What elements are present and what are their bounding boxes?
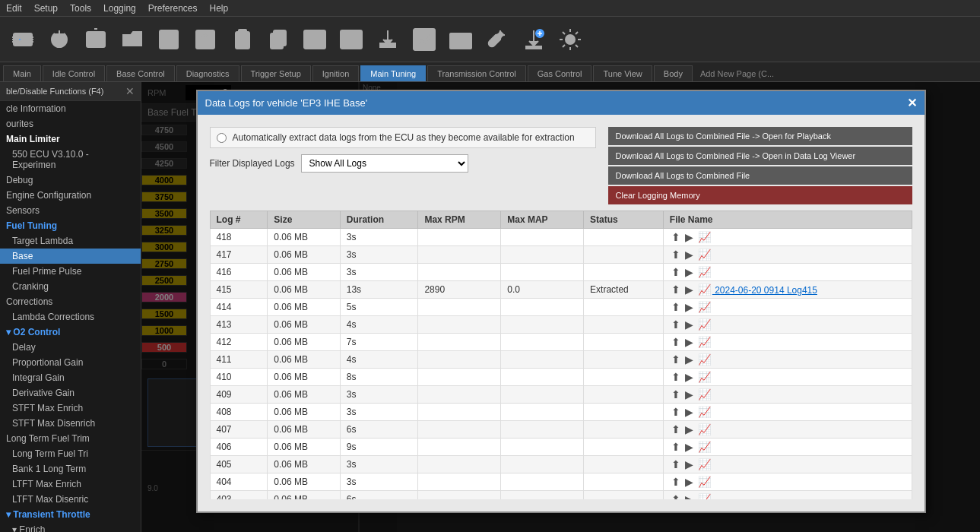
sidebar-item-stft-max-enrich[interactable]: STFT Max Enrich <box>0 401 141 416</box>
sidebar-item-delay[interactable]: Delay <box>0 340 141 355</box>
sidebar-item-lambda-corrections[interactable]: Lambda Corrections <box>0 309 141 325</box>
sidebar-item-derivative-gain[interactable]: Derivative Gain <box>0 385 141 401</box>
sidebar-item-fuel-prime-pulse[interactable]: Fuel Prime Pulse <box>0 264 141 279</box>
view-log-button[interactable]: 📈 <box>696 441 712 453</box>
upload-log-button[interactable]: ⬆ <box>670 441 682 453</box>
menu-tools[interactable]: Tools <box>70 3 91 14</box>
play-log-button[interactable]: ▶ <box>683 336 695 348</box>
view-log-button[interactable]: 📈 <box>696 388 712 401</box>
tab-transmission-control[interactable]: Transmission Control <box>427 65 526 81</box>
tab-base-control[interactable]: Base Control <box>106 65 175 81</box>
upload-log-button[interactable]: ⬆ <box>670 388 682 401</box>
sidebar-item-long-term-fuel-tri[interactable]: Long Term Fuel Tri <box>0 446 141 461</box>
clipboard-icon[interactable] <box>225 23 258 56</box>
play-log-button[interactable]: ▶ <box>683 266 695 278</box>
sidebar-item-target-lambda[interactable]: Target Lambda <box>0 233 141 249</box>
view-log-button[interactable]: 📈 <box>696 231 712 243</box>
view-log-button[interactable]: 📈 <box>696 476 712 488</box>
play-log-button[interactable]: ▶ <box>683 476 695 488</box>
power-icon[interactable] <box>43 23 76 56</box>
sidebar-item-main-limiter[interactable]: Main Limiter <box>0 131 141 147</box>
view-log-button[interactable]: 📈 <box>696 493 712 499</box>
play-log-button[interactable]: ▶ <box>683 388 695 401</box>
download-combined-playback-button[interactable]: Download All Logs to Combined File -> Op… <box>608 127 912 145</box>
sidebar-item-sensors[interactable]: Sensors <box>0 203 141 218</box>
view-log-button[interactable]: 📈 <box>696 301 712 313</box>
menu-help[interactable]: Help <box>209 3 228 14</box>
tab-main[interactable]: Main <box>3 65 41 81</box>
sidebar-item-integral-gain[interactable]: Integral Gain <box>0 370 141 385</box>
sidebar-item-ourites[interactable]: ourites <box>0 116 141 131</box>
copy-icon[interactable] <box>262 23 295 56</box>
play-log-button[interactable]: ▶ <box>683 283 695 296</box>
view-log-button[interactable]: 📈 <box>696 249 712 261</box>
modal-close-button[interactable]: ✕ <box>907 96 917 110</box>
folder-icon[interactable] <box>116 23 149 56</box>
play-log-button[interactable]: ▶ <box>683 371 695 383</box>
upload-log-button[interactable]: ⬆ <box>670 318 682 331</box>
menu-logging[interactable]: Logging <box>103 3 136 14</box>
sidebar-item-bank-1-long-term[interactable]: Bank 1 Long Term <box>0 461 141 477</box>
view-log-button[interactable]: 📈 <box>696 283 712 296</box>
menu-preferences[interactable]: Preferences <box>148 3 198 14</box>
tab-trigger-setup[interactable]: Trigger Setup <box>241 65 311 81</box>
sidebar-item-cle-info[interactable]: cle Information <box>0 101 141 116</box>
upload-log-button[interactable]: ⬆ <box>670 266 682 278</box>
menu-setup[interactable]: Setup <box>34 3 58 14</box>
tab-gas-control[interactable]: Gas Control <box>528 65 592 81</box>
sidebar-item-cranking[interactable]: Cranking <box>0 279 141 294</box>
download-icon[interactable] <box>371 23 404 56</box>
sidebar-item-stft-max-disenrich[interactable]: STFT Max Disenrich <box>0 416 141 431</box>
tab-body[interactable]: Body <box>654 65 693 81</box>
sidebar-close-button[interactable]: ✕ <box>125 85 135 97</box>
tab-idle-control[interactable]: Idle Control <box>43 65 105 81</box>
play-log-button[interactable]: ▶ <box>683 493 695 499</box>
play-log-button[interactable]: ▶ <box>683 458 695 470</box>
chart-icon[interactable] <box>408 23 441 56</box>
tab-ignition[interactable]: Ignition <box>312 65 359 81</box>
play-log-button[interactable]: ▶ <box>683 406 695 418</box>
ecu-icon[interactable] <box>6 23 40 56</box>
log-icon[interactable] <box>298 23 331 56</box>
sidebar-item-engine-config[interactable]: Engine Configuration <box>0 188 141 203</box>
play-log-button[interactable]: ▶ <box>683 249 695 261</box>
sidebar-item-enrich[interactable]: ▾ Enrich <box>0 522 141 532</box>
sidebar-item-ltft-max-enrich[interactable]: LTFT Max Enrich <box>0 477 141 492</box>
save-icon[interactable] <box>152 23 186 56</box>
view-log-button[interactable]: 📈 <box>696 336 712 348</box>
view-log-button[interactable]: 📈 <box>696 266 712 278</box>
upload-log-button[interactable]: ⬆ <box>670 458 682 470</box>
view-log-button[interactable]: 📈 <box>696 423 712 435</box>
play-log-button[interactable]: ▶ <box>683 318 695 331</box>
table-icon[interactable] <box>335 23 368 56</box>
tab-diagnostics[interactable]: Diagnostics <box>176 65 239 81</box>
download-combined-button[interactable]: Download All Logs to Combined File <box>608 166 912 185</box>
upload-log-button[interactable]: ⬆ <box>670 336 682 348</box>
tab-add-new[interactable]: Add New Page (C... <box>694 66 780 81</box>
play-log-button[interactable]: ▶ <box>683 423 695 435</box>
settings-icon[interactable] <box>553 23 587 56</box>
upload-log-button[interactable]: ⬆ <box>670 353 682 366</box>
play-log-button[interactable]: ▶ <box>683 231 695 243</box>
sidebar-item-base[interactable]: Base <box>0 249 141 264</box>
play-log-button[interactable]: ▶ <box>683 301 695 313</box>
map-icon[interactable] <box>444 23 477 56</box>
filter-select[interactable]: Show All Logs Extracted Only Not Extract… <box>301 154 468 173</box>
upload-log-button[interactable]: ⬆ <box>670 476 682 488</box>
play-log-button[interactable]: ▶ <box>683 441 695 453</box>
sidebar-item-proportional-gain[interactable]: Proportional Gain <box>0 355 141 370</box>
log-file-link[interactable]: 2024-06-20 0914 Log415 <box>712 285 817 296</box>
download2-icon[interactable] <box>517 23 550 56</box>
view-log-button[interactable]: 📈 <box>696 458 712 470</box>
upload-log-button[interactable]: ⬆ <box>670 301 682 313</box>
add-icon[interactable] <box>79 23 113 56</box>
upload-log-button[interactable]: ⬆ <box>670 406 682 418</box>
upload-log-button[interactable]: ⬆ <box>670 283 682 296</box>
play-log-button[interactable]: ▶ <box>683 353 695 366</box>
wrench-icon[interactable] <box>480 23 514 56</box>
sidebar-item-debug[interactable]: Debug <box>0 173 141 188</box>
upload-log-button[interactable]: ⬆ <box>670 249 682 261</box>
download-combined-viewer-button[interactable]: Download All Logs to Combined File -> Op… <box>608 147 912 165</box>
view-log-button[interactable]: 📈 <box>696 371 712 383</box>
upload-icon[interactable] <box>189 23 222 56</box>
